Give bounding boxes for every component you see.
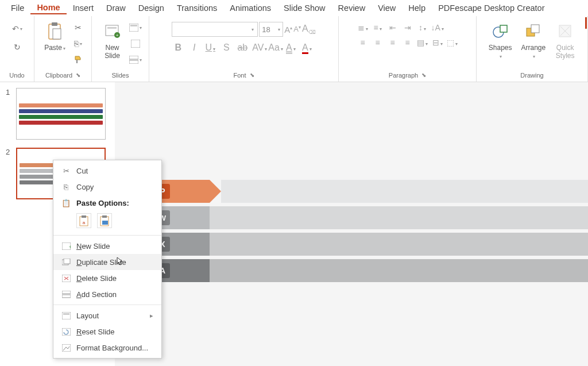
group-font-label: Font <box>233 70 246 80</box>
ctx-reset-slide[interactable]: Reset Slide <box>53 323 161 340</box>
layout-button[interactable]: ▾ <box>129 21 142 34</box>
thumb-1[interactable]: 1 <box>6 88 109 140</box>
align-center-button[interactable]: ≡ <box>372 38 384 47</box>
tab-slideshow[interactable]: Slide Show <box>277 2 332 14</box>
svg-rect-38 <box>62 312 71 319</box>
shadow-button[interactable]: S <box>220 43 233 53</box>
group-drawing: Shapes▾ Arrange▾ Quick Styles Drawing <box>477 16 588 82</box>
paste-picture[interactable] <box>97 213 112 228</box>
spacing-button[interactable]: AV▾ <box>252 43 265 53</box>
svg-text:+: + <box>115 33 118 38</box>
ctx-cut[interactable]: ✂Cut <box>53 163 161 179</box>
ctx-add-section[interactable]: Add Section <box>53 286 161 302</box>
tab-pdfescape[interactable]: PDFescape Desktop Creator <box>432 2 551 14</box>
font-color-button[interactable]: A▾ <box>300 43 313 53</box>
svg-rect-13 <box>500 25 507 32</box>
highlight-button[interactable]: A▾ <box>284 43 297 53</box>
paste-keep-formatting[interactable]: a <box>76 213 91 228</box>
group-paragraph-label: Paragraph <box>389 70 418 80</box>
quick-styles-button[interactable]: Quick Styles <box>551 18 579 60</box>
tab-home[interactable]: Home <box>30 2 66 14</box>
tab-animations[interactable]: Animations <box>223 2 277 14</box>
shape-row-w[interactable]: W <box>115 206 588 229</box>
shape-row-x[interactable]: X <box>115 233 588 256</box>
tab-help[interactable]: Help <box>402 2 432 14</box>
case-button[interactable]: Aa▾ <box>268 43 281 53</box>
justify-button[interactable]: ≡ <box>401 38 414 47</box>
align-left-button[interactable]: ≡ <box>357 38 369 47</box>
shape-row-p[interactable]: P <box>115 180 588 203</box>
thumb-1-preview <box>16 88 106 140</box>
arrange-icon <box>523 21 544 41</box>
quick-styles-icon <box>555 21 575 41</box>
format-painter-button[interactable] <box>71 53 85 67</box>
tab-draw[interactable]: Draw <box>100 2 132 14</box>
copy-button[interactable]: ⎘▾ <box>71 37 85 51</box>
shape-row-a[interactable]: A <box>115 259 588 282</box>
bold-button[interactable]: B <box>172 43 184 53</box>
ctx-duplicate-slide[interactable]: Duplicate Slide <box>53 254 161 270</box>
smartart-button[interactable]: ⬚▾ <box>446 38 459 47</box>
strike-button[interactable]: ab <box>236 43 249 53</box>
tab-design[interactable]: Design <box>132 2 171 14</box>
clipboard-launcher[interactable]: ⬊ <box>76 70 80 80</box>
text-direction-button[interactable]: ↓A▾ <box>431 23 444 32</box>
paste-icon: 📋 <box>61 198 71 207</box>
numbering-button[interactable]: ≡▾ <box>372 23 384 32</box>
tab-view[interactable]: View <box>372 2 402 14</box>
svg-rect-1 <box>52 22 57 26</box>
svg-text:a: a <box>83 220 86 225</box>
svg-rect-30 <box>102 221 108 225</box>
section-button[interactable]: ▾ <box>129 53 142 67</box>
paragraph-launcher[interactable]: ⬊ <box>421 70 426 80</box>
ctx-delete-slide[interactable]: Delete Slide <box>53 270 161 286</box>
font-launcher[interactable]: ⬊ <box>250 70 254 80</box>
shapes-button[interactable]: Shapes▾ <box>485 18 516 61</box>
group-slides-label: Slides <box>112 70 129 80</box>
tab-file[interactable]: File <box>5 2 30 14</box>
tab-review[interactable]: Review <box>332 2 372 14</box>
redo-button[interactable]: ↻ <box>10 40 24 54</box>
group-paragraph: ≣▾ ≡▾ ⇤ ⇥ ↕▾ ↓A▾ ≡ ≡ ≡ ≡ ▤▾ ⊟▾ ⬚▾ Paragr… <box>339 16 477 82</box>
slide-canvas-area[interactable]: P W X A <box>115 82 588 366</box>
grow-font-button[interactable]: A▴ <box>284 25 292 34</box>
shapes-icon <box>490 21 510 41</box>
line-spacing-button[interactable]: ↕▾ <box>416 23 429 32</box>
delete-icon <box>61 273 71 283</box>
copy-icon: ⎘ <box>61 182 71 191</box>
ctx-paste-options-label: 📋Paste Options: <box>53 195 161 211</box>
new-slide-icon: + <box>102 21 123 41</box>
align-right-button[interactable]: ≡ <box>386 38 399 47</box>
shrink-font-button[interactable]: A▾ <box>293 25 301 33</box>
new-slide-button[interactable]: + New Slide <box>99 18 126 60</box>
arrange-button[interactable]: Arrange▾ <box>518 18 550 61</box>
reset-button[interactable] <box>129 37 142 51</box>
svg-rect-9 <box>131 40 140 48</box>
ctx-format-background[interactable]: Format Background... <box>53 340 161 356</box>
ctx-copy[interactable]: ⎘Copy <box>53 179 161 195</box>
align-text-button[interactable]: ⊟▾ <box>431 38 444 47</box>
slide-canvas: P W X A <box>115 180 588 286</box>
font-size-combo[interactable]: 18▾ <box>259 22 283 37</box>
tab-insert[interactable]: Insert <box>67 2 100 14</box>
paste-button[interactable]: Paste▾ <box>41 18 69 53</box>
indent-dec-button[interactable]: ⇤ <box>386 23 399 32</box>
ctx-new-slide[interactable]: +New Slide <box>53 238 161 254</box>
cut-button[interactable]: ✂ <box>71 21 85 34</box>
paste-icon <box>45 21 65 41</box>
clear-format-button[interactable]: A⌫ <box>302 24 316 35</box>
tab-transitions[interactable]: Transitions <box>171 2 223 14</box>
indent-inc-button[interactable]: ⇥ <box>401 23 414 32</box>
svg-rect-10 <box>129 56 138 59</box>
cut-icon: ✂ <box>61 166 71 175</box>
group-undo-label: Undo <box>9 70 24 80</box>
font-name-combo[interactable]: ▾ <box>172 22 258 37</box>
undo-button[interactable]: ↶▾ <box>10 22 24 36</box>
italic-button[interactable]: I <box>188 43 200 53</box>
ctx-layout[interactable]: Layout▸ <box>53 307 161 323</box>
bullets-button[interactable]: ≣▾ <box>357 23 369 32</box>
underline-button[interactable]: U▾ <box>204 43 216 53</box>
chevron-right-icon: ▸ <box>150 312 153 319</box>
svg-rect-29 <box>102 215 107 218</box>
columns-button[interactable]: ▤▾ <box>416 38 429 47</box>
